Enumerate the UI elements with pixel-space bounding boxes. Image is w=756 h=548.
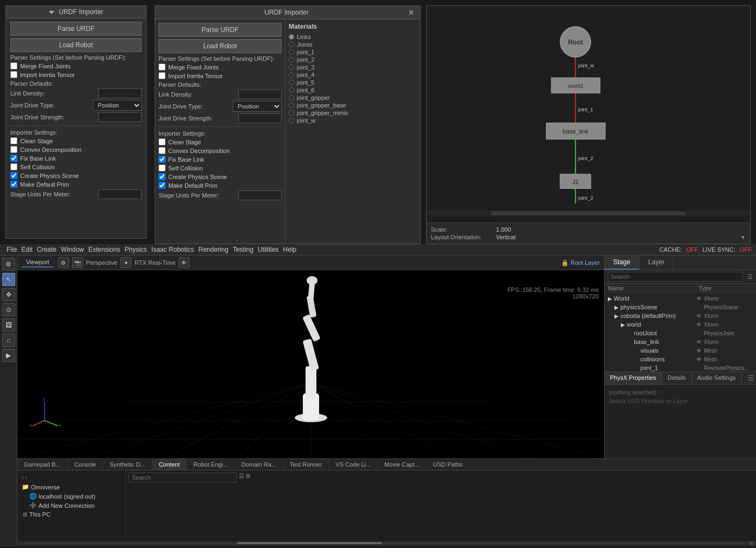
middle-link-density-input[interactable]: 1000 <box>238 90 282 99</box>
audio-settings-tab[interactable]: Audio Settings <box>692 372 742 384</box>
import-inertia-checkbox[interactable] <box>10 71 17 78</box>
link-density-input[interactable]: 1000 <box>98 88 142 98</box>
clean-stage-checkbox[interactable] <box>10 137 17 144</box>
middle-clean-stage-cb[interactable] <box>158 138 166 145</box>
bottom-tab-6[interactable]: Test Runner <box>283 459 329 470</box>
fix-base-link-checkbox[interactable] <box>10 155 17 162</box>
menu-item-window[interactable]: Window <box>59 245 86 254</box>
move-tool-btn[interactable]: ✥ <box>2 288 15 301</box>
tree-item[interactable]: collisions 👁 Mesh <box>605 355 756 364</box>
file-tree-item[interactable]: 🌐localhost (signed out) <box>20 492 123 501</box>
bottom-tab-8[interactable]: Movie Capt... <box>378 459 427 470</box>
merge-fixed-checkbox[interactable] <box>10 62 17 69</box>
menu-item-utilities[interactable]: Utilities <box>256 245 281 254</box>
bottom-tab-9[interactable]: USD Paths <box>427 459 469 470</box>
links-item[interactable]: Links <box>289 34 417 40</box>
orbit-tool-btn[interactable]: ⊙ <box>2 303 15 316</box>
search-filter-icon[interactable]: ☰ <box>239 473 244 480</box>
filter-icon[interactable]: ☰ <box>747 273 753 281</box>
joint-item-joint_w[interactable]: joint_w <box>289 117 417 124</box>
renderer-icon[interactable]: ✦ <box>120 257 131 268</box>
joint-item-joint_gripper_base[interactable]: joint_gripper_base <box>289 102 417 109</box>
camera-icon[interactable]: 📷 <box>72 257 83 268</box>
self-collision-checkbox[interactable] <box>10 163 17 170</box>
details-tab[interactable]: Details <box>662 372 692 384</box>
middle-make-default-cb[interactable] <box>158 182 166 189</box>
middle-convex-cb[interactable] <box>158 147 166 154</box>
middle-self-col-cb[interactable] <box>158 164 166 171</box>
screenshot-tool-btn[interactable]: 🖼 <box>2 318 15 332</box>
tree-item[interactable]: visuals 👁 Mesh <box>605 346 756 355</box>
parse-urdf-button[interactable]: Parse URDF <box>10 22 142 36</box>
menu-item-isaac-robotics[interactable]: Isaac Robotics <box>149 245 196 254</box>
middle-parse-btn[interactable]: Parse URDF <box>158 23 282 37</box>
waypoint-tool-btn[interactable]: ⌂ <box>2 334 15 347</box>
close-button[interactable]: ✕ <box>405 8 418 17</box>
joint-item-joint_gripper_mimic[interactable]: joint_gripper_mimic <box>289 110 417 116</box>
tree-item[interactable]: joint_1 RevolutePhysics... <box>605 364 756 372</box>
layout-dropdown-icon[interactable]: ▼ <box>740 234 746 240</box>
middle-merge-fixed-checkbox[interactable] <box>158 63 166 71</box>
joint-item-joint_4[interactable]: joint_4 <box>289 72 417 78</box>
bottom-tab-3[interactable]: Content <box>153 459 187 470</box>
bottom-tab-2[interactable]: Synthetic D... <box>103 459 152 470</box>
viewport-tab[interactable]: Viewport <box>22 258 54 267</box>
joint-item-joint_2[interactable]: joint_2 <box>289 56 417 63</box>
eye-icon[interactable]: 👁 <box>696 322 702 328</box>
joint-item-joint_3[interactable]: joint_3 <box>289 64 417 71</box>
joint-item-joint_5[interactable]: joint_5 <box>289 79 417 86</box>
stage-tab[interactable]: Stage <box>605 256 639 270</box>
tree-item[interactable]: ▶ cobotta (defaultPrim) 👁 Xform <box>605 311 756 320</box>
props-menu-icon[interactable]: ☰ <box>746 372 756 384</box>
bottom-tab-7[interactable]: VS Code Li... <box>329 459 378 470</box>
make-default-checkbox[interactable] <box>10 181 17 188</box>
middle-create-phys-cb[interactable] <box>158 173 166 180</box>
file-tree-item[interactable]: 🖥This PC <box>20 510 123 519</box>
file-tree-item[interactable]: ➕Add New Connection <box>20 501 123 510</box>
create-physics-checkbox[interactable] <box>10 172 17 179</box>
joint-item-joint_1[interactable]: joint_1 <box>289 49 417 55</box>
play-tool-btn[interactable]: ▶ <box>2 349 15 362</box>
eye-icon[interactable]: 👁 <box>696 296 702 302</box>
menu-item-help[interactable]: Help <box>281 245 299 254</box>
middle-stage-units-input[interactable]: 100 <box>238 190 282 200</box>
layer-tab[interactable]: Layer <box>639 256 674 270</box>
eye-icon[interactable]: 👁 <box>696 356 702 362</box>
middle-fix-base-cb[interactable] <box>158 156 166 163</box>
search-settings-icon[interactable]: ⚙ <box>245 473 251 480</box>
stage-search-input[interactable] <box>608 272 743 282</box>
menu-item-edit[interactable]: Edit <box>19 245 35 254</box>
joint-item-joint_gripper[interactable]: joint_gripper <box>289 94 417 101</box>
load-robot-button[interactable]: Load Robot <box>10 38 142 52</box>
menu-item-testing[interactable]: Testing <box>231 245 256 254</box>
menu-item-physics[interactable]: Physics <box>122 245 149 254</box>
menu-item-extensions[interactable]: Extensions <box>86 245 123 254</box>
stage-units-input[interactable]: 100 <box>98 189 142 199</box>
bottom-search-input[interactable] <box>128 473 237 482</box>
expand-icon[interactable]: ▶ <box>608 296 612 302</box>
physx-props-tab[interactable]: PhysX Properties <box>605 372 662 384</box>
joint-drive-type-select[interactable]: Position Velocity <box>93 100 142 111</box>
eye-icon[interactable]: 👁 <box>696 348 702 354</box>
expand-icon[interactable]: ▶ <box>621 322 625 328</box>
eye-icon[interactable]: 👁 <box>696 313 702 319</box>
tree-item[interactable]: ▶ World 👁 Xform <box>605 294 756 303</box>
bottom-scroll[interactable]: ⊞ <box>17 541 756 545</box>
convex-decomp-checkbox[interactable] <box>10 146 17 153</box>
forward-arrow[interactable]: › <box>25 474 27 481</box>
middle-import-inertia-checkbox[interactable] <box>158 72 166 79</box>
bottom-tab-5[interactable]: Domain Ra... <box>235 459 283 470</box>
middle-joint-strength-input[interactable]: 100000 <box>238 113 282 123</box>
tree-item[interactable]: base_link 👁 Xform <box>605 337 756 346</box>
joint-item-joint_6[interactable]: joint_6 <box>289 87 417 93</box>
menu-item-file[interactable]: File <box>4 245 19 254</box>
file-tree-item[interactable]: 📁Omniverse <box>20 482 123 492</box>
middle-load-btn[interactable]: Load Robot <box>158 39 282 53</box>
back-arrow[interactable]: ‹ <box>22 474 24 481</box>
eye-icon[interactable]: 👁 <box>696 339 702 345</box>
select-tool-btn[interactable]: ↖ <box>2 273 15 286</box>
expand-icon[interactable]: ▶ <box>614 313 619 319</box>
bottom-tab-4[interactable]: Robot Engi... <box>187 459 235 470</box>
tree-item[interactable]: rootJoint PhysicsJoint <box>605 329 756 337</box>
tree-item[interactable]: ▶ physicsScene PhysicsScene <box>605 303 756 311</box>
